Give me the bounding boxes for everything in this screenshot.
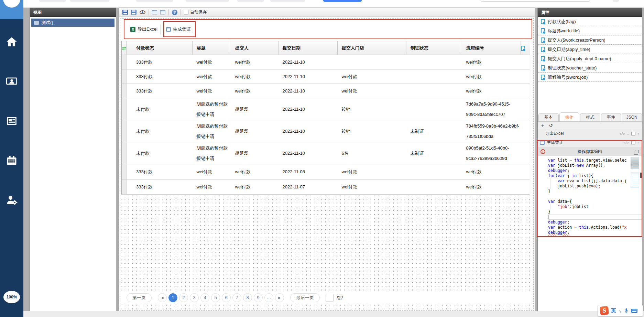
export-window-icon[interactable]	[152, 10, 157, 14]
add-icon[interactable]: +	[541, 123, 544, 128]
property-item[interactable]: 付款状态(flag)	[538, 17, 642, 26]
last-page-button[interactable]: 最后一页	[290, 293, 320, 302]
ellipsis-button[interactable]: …	[264, 293, 273, 302]
column-header[interactable]: 流程编号	[462, 41, 521, 55]
browser-menu-stub[interactable]	[613, 0, 619, 2]
document-icon[interactable]	[6, 115, 18, 127]
table-cell: 7d69a7a5-9d90-4515-909c-8da5f8ecc707	[462, 98, 521, 120]
list-icon[interactable]	[631, 132, 635, 135]
user-settings-icon[interactable]	[6, 194, 18, 206]
browser-tab-pill[interactable]	[186, 0, 229, 2]
property-item[interactable]: 提交人门店(apply_dept.0.name)	[538, 54, 642, 63]
page-button-3[interactable]: 3	[190, 293, 199, 302]
page-button-4[interactable]: 4	[200, 293, 209, 302]
table-row[interactable]: 333付款wei付款wei付款2022-11-08wei付款wei付款	[122, 164, 530, 179]
browser-tab-pill[interactable]	[70, 0, 109, 2]
refresh-icon[interactable]: ⇄	[122, 45, 126, 51]
property-item[interactable]: 提交日期(apply_time)	[538, 45, 642, 54]
column-header[interactable]: 提交日期	[279, 41, 338, 55]
row-end-cell	[521, 84, 530, 98]
table-row[interactable]: 333付款wei付款wei付款2022-11-10wei付款	[122, 55, 530, 69]
tab-basic[interactable]: 基本	[538, 113, 559, 121]
minus-icon[interactable]: –	[627, 132, 629, 136]
table-row[interactable]: 未付款胡延磊的预付款报销申请胡延磊2022-11-106名未制证890b5af2…	[122, 142, 530, 164]
browser-address-box[interactable]	[481, 0, 590, 2]
home-icon[interactable]	[6, 36, 18, 48]
action-row-export-excel[interactable]: 导出Excel</>–↑	[538, 129, 642, 138]
reset-icon[interactable]: ↺	[549, 123, 553, 128]
action-row-generate-voucher[interactable]: 生成凭证</>↑	[538, 138, 642, 147]
browser-active-button[interactable]	[323, 0, 362, 2]
keyboard-icon[interactable]	[631, 309, 637, 313]
save-icon[interactable]	[122, 10, 128, 15]
table-row[interactable]: 未付款胡延磊的预付款报销申请胡延磊2022-11-10铃铛7d69a7a5-9d…	[122, 98, 530, 120]
page-button-6[interactable]: 6	[222, 293, 231, 302]
table-cell: wei付款	[338, 69, 406, 84]
punctuation-icon[interactable]: ·,	[619, 308, 621, 313]
next-page-button[interactable]: ▶	[275, 293, 284, 302]
page-button-8[interactable]: 8	[243, 293, 252, 302]
tab-actions[interactable]: 操作	[559, 112, 580, 121]
autosave-checkbox[interactable]	[184, 10, 188, 14]
page-button-2[interactable]: 2	[179, 293, 188, 302]
table-row[interactable]: 333付款wei付款wei付款2022-11-07wei付款wei付款	[122, 179, 530, 195]
column-header[interactable]: 标题	[193, 41, 231, 55]
column-header[interactable]: 付款状态	[127, 41, 193, 55]
browser-tab-pill[interactable]	[39, 0, 66, 2]
column-header[interactable]: 提交人	[231, 41, 279, 55]
table-row[interactable]: 333付款wei付款wei付款2022-11-10wei付款wei付款	[122, 69, 530, 84]
first-page-button[interactable]: 第一页	[127, 293, 152, 302]
property-item[interactable]: 标题($work.title)	[538, 26, 642, 35]
table-row[interactable]: 未付款胡延磊的预付款报销申请胡延磊2022-11-10铃铛未制证784fb559…	[122, 120, 530, 142]
page-button-9[interactable]: 9	[254, 293, 263, 302]
property-item[interactable]: 提交人($work.creatorPerson)	[538, 35, 642, 45]
user-monitor-icon[interactable]	[6, 75, 18, 88]
export-column-header[interactable]	[521, 41, 530, 55]
browser-tab-pill[interactable]	[237, 0, 264, 2]
column-header[interactable]: 制证状态	[406, 41, 462, 55]
page-button-1[interactable]: 1	[168, 293, 177, 302]
up-icon[interactable]: ↑	[637, 132, 640, 136]
table-row[interactable]: 333付款wei付款wei付款2022-11-10wei付款wei付款	[122, 84, 530, 98]
page-button-7[interactable]: 7	[232, 293, 241, 302]
code-icon[interactable]: </>	[619, 132, 625, 136]
refresh-column-header[interactable]: ⇄	[122, 41, 127, 55]
app-logo[interactable]	[0, 0, 23, 19]
tab-events[interactable]: 事件	[601, 113, 621, 121]
mic-icon[interactable]	[624, 308, 629, 314]
table-cell: 2022-11-07	[279, 179, 338, 195]
browser-tab-pill[interactable]	[136, 0, 173, 2]
calendar-icon[interactable]	[6, 154, 18, 167]
tab-json[interactable]: JSON	[622, 113, 642, 121]
code-icon[interactable]: </>	[624, 141, 629, 145]
list-icon[interactable]	[631, 141, 635, 144]
code-scrollbar[interactable]	[640, 173, 642, 178]
prev-page-button[interactable]: ◀	[158, 293, 167, 302]
logo-circle	[3, 0, 20, 8]
top-strip	[23, 0, 644, 8]
preview-icon[interactable]	[140, 10, 145, 14]
import-window-icon[interactable]	[160, 10, 165, 14]
property-item[interactable]: 流程编号($work.job)	[538, 73, 642, 82]
browser-tab-pill[interactable]	[270, 0, 305, 2]
row-icon-cell	[122, 120, 127, 142]
export-doc-icon[interactable]	[521, 46, 525, 51]
zoom-level-badge[interactable]: 100%	[3, 291, 20, 303]
save-as-icon[interactable]	[131, 10, 137, 15]
view-item-test[interactable]: 测试()	[31, 19, 114, 27]
help-icon[interactable]: ?	[172, 10, 177, 15]
export-excel-button[interactable]: X 导出Excel	[130, 20, 157, 39]
page-button-5[interactable]: 5	[211, 293, 220, 302]
up-icon[interactable]: ↑	[637, 141, 640, 145]
popout-icon[interactable]	[635, 150, 638, 153]
code-minimap[interactable]	[631, 157, 639, 187]
table-cell: wei付款	[231, 179, 279, 195]
sogou-logo[interactable]: S	[600, 306, 609, 315]
tab-style[interactable]: 样式	[580, 113, 600, 121]
column-header[interactable]: 提交人门店	[338, 41, 406, 55]
script-code-editor[interactable]: var list = this.target.view.selecvar job…	[538, 156, 642, 237]
table-cell	[406, 179, 462, 195]
ime-language-toggle[interactable]: 英	[611, 307, 616, 314]
property-item[interactable]: 制证状态(voucher_state)	[538, 63, 642, 73]
page-input[interactable]	[326, 294, 334, 302]
